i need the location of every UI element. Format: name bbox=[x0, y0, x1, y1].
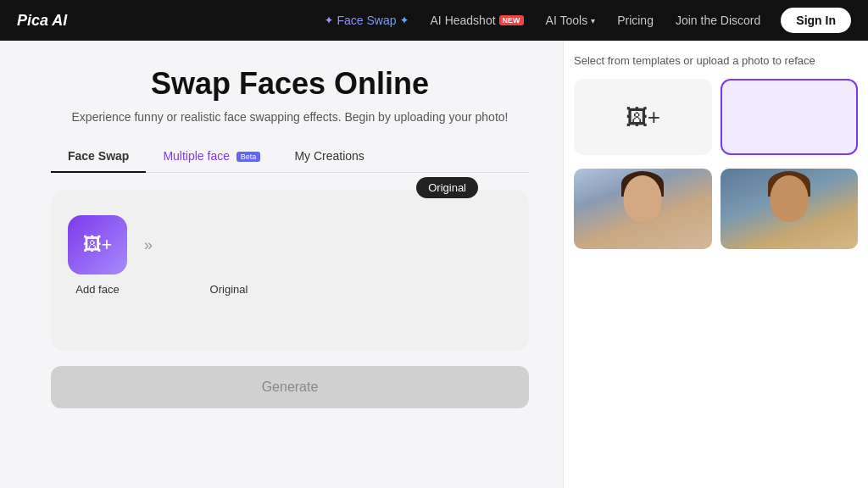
arrow-right-icon: » bbox=[144, 236, 153, 254]
nav-item-discord[interactable]: Join the Discord bbox=[667, 10, 769, 30]
photo-thumb-2[interactable] bbox=[721, 169, 859, 249]
photos-grid bbox=[574, 169, 858, 249]
nav: ✦ Face Swap ✦ AI Headshot NEW AI Tools ▾… bbox=[316, 8, 851, 33]
nav-item-ai-tools[interactable]: AI Tools ▾ bbox=[537, 10, 604, 30]
add-face-slot: 🖼+ Add face bbox=[68, 215, 127, 296]
face-decoration bbox=[770, 175, 808, 222]
right-panel: Select from templates or upload a photo … bbox=[563, 41, 868, 488]
tabs-bar: Face Swap Multiple face Beta My Creation… bbox=[51, 141, 529, 173]
original-badge: Original bbox=[416, 177, 478, 198]
tab-my-creations[interactable]: My Creations bbox=[277, 141, 381, 173]
page-subtitle: Experience funny or realistic face swapp… bbox=[51, 110, 529, 124]
chevron-down-icon: ▾ bbox=[591, 16, 595, 25]
upload-icon: 🖼+ bbox=[626, 104, 660, 130]
sign-in-button[interactable]: Sign In bbox=[781, 8, 851, 33]
photo-thumb-1[interactable] bbox=[574, 169, 712, 249]
face-decoration bbox=[624, 175, 662, 222]
page-title: Swap Faces Online bbox=[51, 66, 529, 102]
nav-item-pricing[interactable]: Pricing bbox=[609, 10, 662, 30]
logo: Pica AI bbox=[17, 12, 67, 30]
star-left-icon: ✦ bbox=[325, 14, 333, 26]
add-face-button[interactable]: 🖼+ bbox=[68, 215, 127, 274]
main-layout: Swap Faces Online Experience funny or re… bbox=[0, 41, 868, 488]
add-face-label: Add face bbox=[75, 283, 119, 296]
right-panel-title: Select from templates or upload a photo … bbox=[574, 54, 858, 67]
swap-area: Original 🖼+ Add face » Original bbox=[51, 190, 529, 351]
original-slot: Original bbox=[170, 215, 288, 296]
tab-multiple-face[interactable]: Multiple face Beta bbox=[146, 141, 277, 173]
original-placeholder bbox=[170, 215, 288, 274]
left-panel: Swap Faces Online Experience funny or re… bbox=[0, 41, 563, 488]
template-upload-button[interactable]: 🖼+ bbox=[574, 79, 712, 155]
add-face-icon: 🖼+ bbox=[83, 234, 113, 256]
multiple-face-badge: Beta bbox=[236, 152, 261, 162]
header: Pica AI ✦ Face Swap ✦ AI Headshot NEW AI… bbox=[0, 0, 868, 41]
generate-button[interactable]: Generate bbox=[51, 366, 529, 408]
star-right-icon: ✦ bbox=[400, 14, 409, 26]
tab-face-swap[interactable]: Face Swap bbox=[51, 141, 146, 173]
template-grid: 🖼+ bbox=[574, 79, 858, 155]
template-selected-slot[interactable] bbox=[721, 79, 859, 155]
ai-headshot-badge: NEW bbox=[499, 15, 524, 25]
nav-item-face-swap[interactable]: ✦ Face Swap ✦ bbox=[316, 10, 416, 30]
original-label: Original bbox=[210, 283, 248, 296]
nav-item-ai-headshot[interactable]: AI Headshot NEW bbox=[422, 10, 532, 30]
